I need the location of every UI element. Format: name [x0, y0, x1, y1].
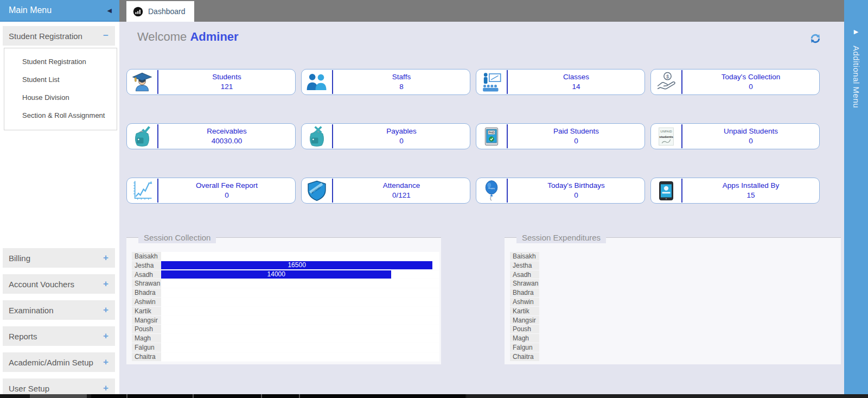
card-value: 0: [399, 136, 404, 146]
sidebar-section-billing[interactable]: Billing+: [3, 248, 115, 268]
stat-card-classes[interactable]: Classes14: [476, 69, 645, 95]
stat-card-attendance[interactable]: ATTENDAttendance0/121: [301, 178, 470, 204]
collapse-section-icon[interactable]: −: [103, 30, 108, 41]
chart-category-label: Asadh: [510, 270, 539, 280]
chart-category-label: Shrawan: [510, 279, 539, 288]
chart-row: Mangsir: [510, 316, 839, 325]
sidebar-lower-sections: Billing+Account Vouchers+Examination+Rep…: [0, 248, 119, 398]
dashboard-content: Welcome Adminer Students121Staffs8Classe…: [119, 22, 844, 394]
sidebar-section-student-registration[interactable]: Student Registration −: [3, 26, 115, 46]
svg-text:UNPAID: UNPAID: [660, 130, 672, 133]
chart-bar-track: [539, 325, 839, 334]
tab-dashboard[interactable]: Dashboard: [126, 1, 194, 22]
paid-tablet-icon: PAID: [476, 124, 507, 149]
student-graduate-icon: [127, 70, 157, 94]
stat-card-payables[interactable]: Payables0: [301, 123, 470, 149]
chart-category-label: Baisakh: [510, 252, 539, 261]
sidebar-section-label: Billing: [9, 254, 30, 263]
student-registration-submenu: Student RegistrationStudent ListHouse Di…: [4, 48, 117, 130]
card-value: 0: [225, 191, 229, 200]
chart-bar-track: [161, 325, 439, 334]
expand-section-icon[interactable]: +: [103, 279, 108, 289]
stat-card-unpaid-students[interactable]: UNPAIDstudentsUnpaid Students0: [650, 123, 820, 149]
chart-bar: 14000: [161, 270, 391, 279]
sidebar-section-reports[interactable]: Reports+: [3, 326, 115, 346]
tab-dashboard-label: Dashboard: [148, 7, 186, 16]
chart-category-label: Chaitra: [132, 352, 161, 362]
tab-bar: Dashboard: [119, 0, 844, 22]
chart-bar-track: [161, 343, 439, 352]
card-value: 40030.00: [212, 136, 242, 146]
chart-row: Magh: [132, 334, 439, 343]
chart-row: Chaitra: [510, 352, 839, 362]
card-value: 0: [749, 82, 753, 92]
expand-additional-menu-icon[interactable]: ▶: [844, 28, 868, 35]
chart-row: Mangsir: [132, 316, 439, 325]
sidebar-section-account-vouchers[interactable]: Account Vouchers+: [3, 274, 115, 294]
staff-people-icon: [302, 70, 332, 94]
chart-row: Magh: [510, 334, 839, 343]
svg-text:PAID: PAID: [489, 131, 495, 134]
sidebar-section-label: Student Registration: [9, 31, 82, 41]
unpaid-note-icon: UNPAIDstudents: [651, 124, 681, 149]
chart-category-label: Mangsir: [132, 316, 161, 325]
teacher-class-icon: [476, 70, 507, 94]
card-label: Today's Birthdays: [547, 181, 604, 191]
card-value: 0: [749, 136, 753, 146]
chart-category-label: Falgun: [132, 343, 161, 352]
expand-section-icon[interactable]: +: [103, 383, 108, 394]
chart-bar-track: [539, 343, 839, 352]
collapse-sidebar-icon[interactable]: ◀: [107, 7, 112, 14]
stat-card-staffs[interactable]: Staffs8: [301, 69, 470, 95]
chart-row: Shrawan: [510, 279, 839, 288]
chart-category-label: Baisakh: [132, 252, 161, 261]
chart-row: Asadh: [510, 270, 839, 280]
hand-coin-icon: $: [651, 70, 681, 94]
chart-category-label: Shrawan: [132, 279, 161, 288]
card-label: Payables: [386, 127, 417, 136]
session-expenditures-title: Session Expenditures: [516, 232, 606, 243]
submenu-item-house-division[interactable]: House Division: [4, 89, 117, 106]
expand-section-icon[interactable]: +: [103, 331, 108, 342]
card-label: Today's Collection: [722, 72, 780, 82]
sidebar-section-academic-admin-setup[interactable]: Academic/Admin Setup+: [3, 352, 115, 372]
shield-icon: ATTEND: [302, 178, 332, 203]
main-menu-title: Main Menu: [9, 5, 52, 15]
card-label: Receivables: [207, 127, 247, 136]
submenu-item-student-registration[interactable]: Student Registration: [4, 53, 117, 71]
sidebar-section-label: Account Vouchers: [9, 280, 74, 289]
submenu-item-student-list[interactable]: Student List: [4, 71, 117, 89]
welcome-message: Welcome Adminer: [137, 30, 239, 44]
chart-bar-track: [161, 334, 439, 343]
expand-section-icon[interactable]: +: [103, 357, 108, 368]
chart-row: Baisakh: [132, 252, 439, 261]
chart-bar-track: [161, 279, 439, 288]
svg-text:Happy: Happy: [488, 187, 495, 189]
chart-bar-track: [539, 252, 839, 261]
sidebar-section-label: Reports: [9, 332, 37, 341]
chart-bar-track: [161, 298, 439, 307]
submenu-item-section-roll-assignment[interactable]: Section & Roll Assignment: [4, 106, 117, 124]
stat-card-apps-installed-by[interactable]: Apps Installed By15: [650, 178, 820, 204]
session-panels: Session Collection BaisakhJestha16500Asa…: [126, 232, 844, 364]
app-window: Main Menu ◀ Student Registration − Stude…: [0, 0, 868, 398]
chart-category-label: Asadh: [132, 270, 161, 280]
refresh-icon[interactable]: [809, 33, 821, 47]
card-label: Students: [212, 72, 241, 82]
chart-bar-track: [539, 352, 839, 362]
additional-menu-strip[interactable]: ▶ Additional Menu: [844, 0, 868, 394]
stat-card-today-s-birthdays[interactable]: HappyToday's Birthdays0: [476, 178, 645, 204]
stat-card-receivables[interactable]: Receivables40030.00: [126, 123, 296, 149]
stat-card-paid-students[interactable]: PAIDPaid Students0: [476, 123, 645, 149]
expand-section-icon[interactable]: +: [103, 252, 108, 263]
stat-card-overall-fee-report[interactable]: Overall Fee Report0: [126, 178, 296, 204]
stat-card-students[interactable]: Students121: [126, 69, 296, 95]
chart-row: Ashwin: [132, 298, 439, 307]
chart-bar-track: [539, 316, 839, 325]
chart-bar-track: [161, 352, 439, 362]
card-label: Apps Installed By: [723, 181, 779, 191]
sidebar-section-examination[interactable]: Examination+: [3, 300, 115, 320]
stat-card-today-s-collection[interactable]: $Today's Collection0: [650, 69, 820, 95]
expand-section-icon[interactable]: +: [103, 305, 108, 315]
balloon-icon: Happy: [476, 178, 507, 203]
